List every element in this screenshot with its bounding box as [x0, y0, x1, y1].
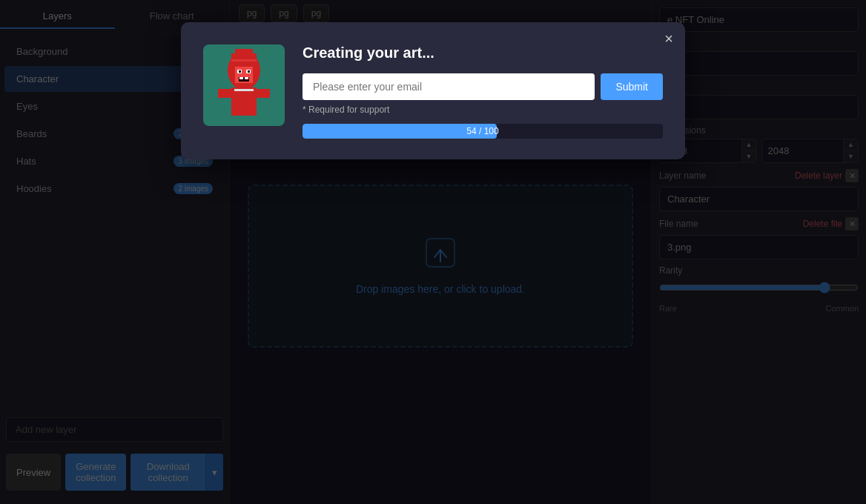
modal-email-row: Submit: [303, 73, 663, 100]
modal-progress-label: 54 / 100: [303, 124, 663, 139]
modal-overlay: × Creating your art... Submit * Required…: [0, 0, 866, 504]
modal-title: Creating your art...: [303, 44, 663, 62]
modal: × Creating your art... Submit * Required…: [181, 22, 685, 159]
modal-preview-image: [203, 44, 285, 126]
modal-body: Creating your art... Submit * Required f…: [303, 44, 663, 139]
modal-submit-button[interactable]: Submit: [601, 73, 663, 100]
modal-progress-bar-wrap: 54 / 100: [303, 124, 663, 139]
modal-close-button[interactable]: ×: [664, 31, 673, 46]
modal-email-input[interactable]: [303, 73, 595, 100]
modal-required-text: * Required for support: [303, 105, 663, 115]
